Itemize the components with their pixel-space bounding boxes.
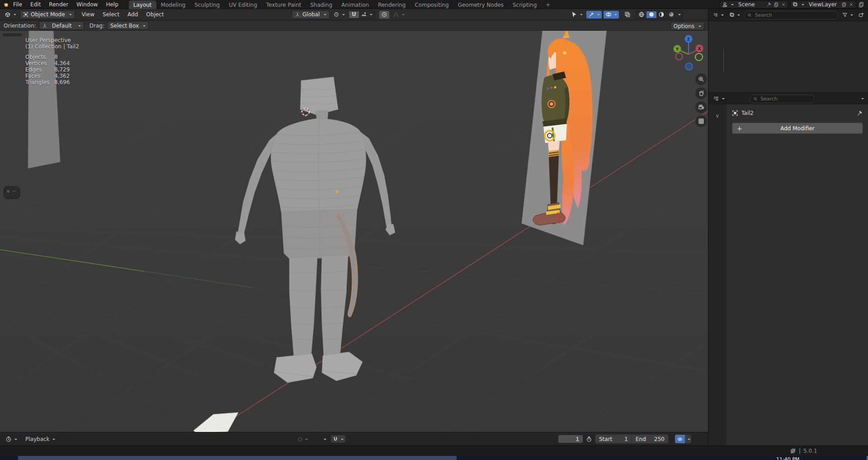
workspace-tab-rendering[interactable]: Rendering [373,0,410,9]
pin-id-icon[interactable] [857,110,863,116]
right-column: ∨ Tail2 + Add Modifier [708,9,868,446]
workspace-tab-texture-paint[interactable]: Texture Paint [262,0,306,9]
menu-item-add[interactable]: Add [123,11,142,18]
shading-wireframe-button[interactable] [637,11,646,18]
timeline-overlay-caret[interactable] [685,435,691,443]
extensions-icon[interactable] [858,1,864,8]
xray-toggle[interactable] [623,11,632,19]
properties-editor-type[interactable] [711,95,726,103]
workspace-tab-uv-editing[interactable]: UV Editing [224,0,262,9]
navigation-gizmo[interactable]: Z Y X [672,33,706,71]
network-offline-icon[interactable] [790,448,796,454]
workspace-tab-scripting[interactable]: Scripting [508,0,541,9]
start-frame-field[interactable]: Start 1 [595,434,632,444]
scene-name[interactable]: Scene [736,1,764,8]
pin-icon[interactable] [766,2,772,7]
menu-item-help[interactable]: Help [102,1,122,8]
mode-dropdown[interactable]: Object Mode [20,10,75,19]
magnet-icon [351,11,357,18]
viewport-3d[interactable]: User Perspective (1) Collection | Tail2 … [0,31,708,432]
workspace-tab-animation[interactable]: Animation [337,0,373,9]
snap-playhead-button[interactable] [330,435,346,443]
workspace-tab-geometry-nodes[interactable]: Geometry Nodes [453,0,508,9]
snap-toggle[interactable] [349,11,359,18]
shading-material-button[interactable] [656,11,666,18]
zoom-button[interactable] [695,73,707,85]
taskbar-app-segment[interactable] [18,456,457,460]
workspace-tab-modeling[interactable]: Modeling [156,0,190,9]
menu-item-render[interactable]: Render [45,1,72,8]
strip-collapse[interactable]: ∨ ⋯ [6,189,17,194]
add-modifier-button[interactable]: + Add Modifier [732,123,863,134]
drag-dropdown[interactable]: Select Box [107,21,149,30]
new-collection-icon [859,12,864,18]
end-frame-field[interactable]: End 250 [632,434,669,444]
shading-solid-button[interactable] [646,11,656,18]
workspace-tab-layout[interactable]: Layout [129,0,156,9]
menu-item-view[interactable]: View [78,11,99,18]
falloff-dropdown[interactable] [391,11,406,19]
ortho-toggle-button[interactable] [695,115,707,127]
remove-viewlayer-icon[interactable] [849,2,854,7]
workspace-tab-shading[interactable]: Shading [306,0,337,9]
menu-item-object[interactable]: Object [142,11,168,18]
new-collection-button[interactable] [857,11,866,19]
current-frame-field[interactable] [558,435,583,443]
outliner-filter-id[interactable] [727,11,742,19]
editor-type-button[interactable] [3,11,18,19]
viewlayer-selector[interactable]: ViewLayer [790,0,856,9]
os-taskbar[interactable]: 11:40 PM [0,456,868,460]
timeline-editor-type[interactable] [4,435,19,443]
stopwatch-icon[interactable] [586,436,592,442]
properties-search[interactable] [750,95,815,103]
step-options-caret[interactable] [324,439,326,441]
material-preview-icon [658,11,665,18]
orientation-dropdown[interactable]: Global [292,10,330,19]
overlays-toggle[interactable] [604,11,619,19]
playback-menu[interactable]: Playback [24,435,57,443]
orientation-icon [295,12,300,17]
camera-view-button[interactable] [695,101,707,113]
options-button[interactable]: Options [670,22,704,30]
shading-rendered-button[interactable] [666,11,676,18]
workspace-tab-[interactable]: + [541,0,555,9]
transform-orientation-dropdown[interactable]: Default [39,21,84,30]
outliner-search[interactable] [744,11,839,19]
tool-settings-row: Orientation: Default Drag: Select Box Op… [0,21,708,31]
unlink-scene-icon[interactable] [781,2,786,7]
outliner-filter-button[interactable] [840,11,855,19]
drag-label: Drag: [90,23,104,29]
proportional-editing-toggle[interactable] [379,11,389,19]
workspace-tab-compositing[interactable]: Compositing [410,0,453,9]
menu-item-select[interactable]: Select [99,11,123,18]
show-gizmo-dropdown[interactable] [569,11,585,19]
region-collapse-icon[interactable]: ‹ [702,88,704,96]
menu-item-window[interactable]: Window [72,1,102,8]
gizmo-cursor-icon [571,11,577,18]
menu-item-file[interactable]: File [9,1,26,8]
tabs-overflow-icon[interactable]: ∨ [716,113,720,119]
overlays-icon [605,11,612,18]
gizmos-toggle[interactable] [586,11,602,19]
breadcrumb-object-name[interactable]: Tail2 [741,110,754,116]
snap-settings-dropdown[interactable] [359,11,374,18]
pan-button[interactable] [695,87,707,99]
outliner [708,9,868,92]
workspace-tab-sculpting[interactable]: Sculpting [190,0,224,9]
timeline-overlay-toggle[interactable] [675,435,685,443]
blender-logo-icon[interactable] [3,1,9,8]
new-scene-icon[interactable] [774,2,779,7]
scene-selector[interactable]: Scene [720,0,788,9]
menu-item-edit[interactable]: Edit [26,1,45,8]
taskbar-clock: 11:40 PM [776,456,799,460]
topbar-right: Scene ViewLayer [720,0,868,9]
auto-key-button[interactable]: ○ [296,435,310,443]
viewlayer-name[interactable]: ViewLayer [806,1,840,8]
properties-search-input[interactable] [760,95,811,102]
pivot-dropdown[interactable] [331,11,347,19]
outliner-display-mode[interactable] [711,11,726,19]
timeline-fields: Start 1 End 250 [558,434,691,444]
new-viewlayer-icon[interactable] [841,2,847,7]
properties-options-dropdown[interactable] [858,95,866,103]
outliner-search-input[interactable] [754,12,835,19]
